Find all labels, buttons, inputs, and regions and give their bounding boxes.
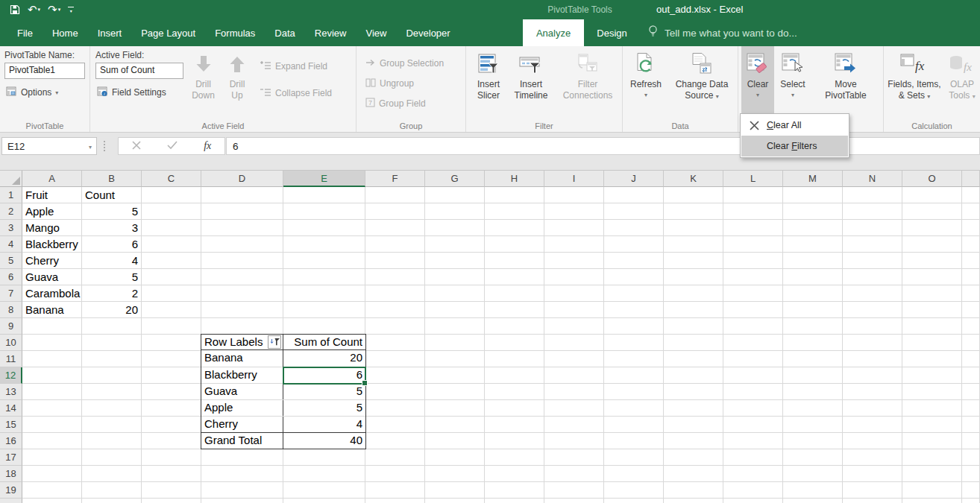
cell-B15[interactable] — [82, 417, 142, 433]
pivot-row-label[interactable]: Guava — [201, 384, 283, 399]
cell-K15[interactable] — [664, 417, 723, 433]
collapse-field-button[interactable]: Collapse Field — [258, 85, 333, 101]
cell-J17[interactable] — [604, 449, 664, 466]
undo-icon[interactable]: ↶▾ — [25, 1, 43, 18]
cell-C8[interactable] — [142, 302, 201, 318]
cell-C2[interactable] — [142, 203, 201, 220]
cell-H16[interactable] — [485, 433, 544, 449]
cell-I19[interactable] — [544, 482, 604, 499]
cell-O20[interactable] — [902, 499, 962, 503]
cell-B12[interactable] — [82, 367, 142, 384]
column-header-A[interactable]: A — [22, 171, 82, 187]
cell-B2[interactable]: 5 — [82, 203, 142, 220]
cell-M9[interactable] — [783, 318, 843, 335]
cell-H13[interactable] — [485, 384, 544, 400]
cell-O5[interactable] — [902, 253, 962, 269]
cell-E7[interactable] — [283, 285, 365, 302]
cell-G7[interactable] — [425, 285, 485, 302]
cell-E17[interactable] — [283, 449, 365, 466]
cell-stub12[interactable] — [962, 367, 980, 384]
cell-G16[interactable] — [425, 433, 485, 449]
cell-I14[interactable] — [544, 400, 604, 417]
cell-A18[interactable] — [22, 466, 82, 482]
cell-I12[interactable] — [544, 367, 604, 384]
cell-O15[interactable] — [902, 417, 962, 433]
cell-stub5[interactable] — [962, 253, 980, 269]
row-header-3[interactable]: 3 — [0, 220, 22, 236]
clear-button[interactable]: Clear ▾ — [741, 46, 774, 118]
cell-O17[interactable] — [902, 449, 962, 466]
pivottable-name-input[interactable]: PivotTable1 — [4, 63, 85, 79]
cell-F6[interactable] — [365, 269, 425, 285]
row-header-5[interactable]: 5 — [0, 253, 22, 269]
cell-D6[interactable] — [201, 269, 283, 285]
cell-F11[interactable] — [365, 351, 425, 367]
cell-J1[interactable] — [604, 187, 664, 203]
row-header-15[interactable]: 15 — [0, 417, 22, 433]
cell-E8[interactable] — [283, 302, 365, 318]
cell-G18[interactable] — [425, 466, 485, 482]
cell-C3[interactable] — [142, 220, 201, 236]
cell-G8[interactable] — [425, 302, 485, 318]
cell-E3[interactable] — [283, 220, 365, 236]
cell-E5[interactable] — [283, 253, 365, 269]
cell-I6[interactable] — [544, 269, 604, 285]
cell-F5[interactable] — [365, 253, 425, 269]
cell-J12[interactable] — [604, 367, 664, 384]
cell-stub3[interactable] — [962, 220, 980, 236]
cell-O13[interactable] — [902, 384, 962, 400]
cell-G20[interactable] — [425, 499, 485, 503]
cell-B5[interactable]: 4 — [82, 253, 142, 269]
cell-O2[interactable] — [902, 203, 962, 220]
cell-L10[interactable] — [723, 335, 783, 351]
cell-C7[interactable] — [142, 285, 201, 302]
pivot-row-labels-header[interactable]: Row Labels — [201, 335, 283, 349]
cell-C20[interactable] — [142, 499, 201, 503]
cell-H5[interactable] — [485, 253, 544, 269]
cell-N13[interactable] — [843, 384, 902, 400]
cell-M6[interactable] — [783, 269, 843, 285]
drill-up-button[interactable]: Drill Up — [219, 46, 255, 118]
cell-F13[interactable] — [365, 384, 425, 400]
cell-F16[interactable] — [365, 433, 425, 449]
cell-F19[interactable] — [365, 482, 425, 499]
tab-design[interactable]: Design — [586, 19, 638, 46]
cell-J18[interactable] — [604, 466, 664, 482]
select-button[interactable]: Select ▾ — [774, 46, 811, 118]
cell-A5[interactable]: Cherry — [22, 253, 82, 269]
enter-icon[interactable] — [167, 139, 178, 153]
cell-stub16[interactable] — [962, 433, 980, 449]
cell-H4[interactable] — [485, 236, 544, 253]
column-header-F[interactable]: F — [365, 171, 425, 187]
cell-J15[interactable] — [604, 417, 664, 433]
cell-M12[interactable] — [783, 367, 843, 384]
cell-C17[interactable] — [142, 449, 201, 466]
row-header-9[interactable]: 9 — [0, 318, 22, 335]
cell-M18[interactable] — [783, 466, 843, 482]
formula-input[interactable]: 6 — [226, 137, 980, 155]
cell-stub9[interactable] — [962, 318, 980, 335]
cell-E19[interactable] — [283, 482, 365, 499]
cell-B7[interactable]: 2 — [82, 285, 142, 302]
cell-G4[interactable] — [425, 236, 485, 253]
cell-N7[interactable] — [843, 285, 902, 302]
cell-stub4[interactable] — [962, 236, 980, 253]
cell-C11[interactable] — [142, 351, 201, 367]
cell-A10[interactable] — [22, 335, 82, 351]
column-header-D[interactable]: D — [201, 171, 283, 187]
cell-C10[interactable] — [142, 335, 201, 351]
options-button[interactable]: Options ▾ — [4, 84, 85, 101]
cell-N4[interactable] — [843, 236, 902, 253]
cell-stub2[interactable] — [962, 203, 980, 220]
move-pivottable-button[interactable]: Move PivotTable — [811, 46, 880, 118]
cell-H6[interactable] — [485, 269, 544, 285]
menu-item-clear-all[interactable]: Clear All — [741, 115, 848, 136]
cell-M4[interactable] — [783, 236, 843, 253]
cell-I20[interactable] — [544, 499, 604, 503]
cell-M16[interactable] — [783, 433, 843, 449]
row-header-12[interactable]: 12 — [0, 367, 22, 384]
cell-I2[interactable] — [544, 203, 604, 220]
cell-H20[interactable] — [485, 499, 544, 503]
row-header-13[interactable]: 13 — [0, 384, 22, 400]
cell-stub19[interactable] — [962, 482, 980, 499]
